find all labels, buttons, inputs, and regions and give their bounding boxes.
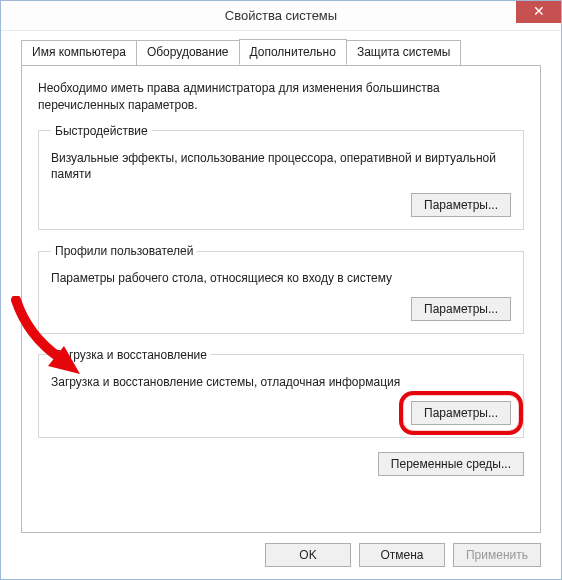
apply-button[interactable]: Применить [453, 543, 541, 567]
group-startup: Загрузка и восстановление Загрузка и вос… [38, 348, 524, 438]
tab-label: Защита системы [357, 45, 450, 59]
environment-variables-button[interactable]: Переменные среды... [378, 452, 524, 476]
tab-advanced[interactable]: Дополнительно [239, 39, 347, 65]
tab-system-protection[interactable]: Защита системы [346, 40, 461, 66]
tab-content-advanced: Необходимо иметь права администратора дл… [21, 65, 541, 533]
profiles-settings-button[interactable]: Параметры... [411, 297, 511, 321]
titlebar: Свойства системы ✕ [1, 1, 561, 31]
startup-settings-button[interactable]: Параметры... [411, 401, 511, 425]
tab-label: Оборудование [147, 45, 229, 59]
tab-label: Дополнительно [250, 45, 336, 59]
group-startup-legend: Загрузка и восстановление [51, 348, 211, 362]
group-profiles: Профили пользователей Параметры рабочего… [38, 244, 524, 334]
close-icon: ✕ [533, 3, 545, 19]
group-startup-desc: Загрузка и восстановление системы, отлад… [51, 374, 511, 391]
group-profiles-desc: Параметры рабочего стола, относящиеся ко… [51, 270, 511, 287]
tab-hardware[interactable]: Оборудование [136, 40, 240, 66]
group-performance: Быстродействие Визуальные эффекты, испол… [38, 124, 524, 231]
group-performance-desc: Визуальные эффекты, использование процес… [51, 150, 511, 184]
group-profiles-legend: Профили пользователей [51, 244, 197, 258]
ok-button[interactable]: OK [265, 543, 351, 567]
group-performance-legend: Быстродействие [51, 124, 152, 138]
close-button[interactable]: ✕ [516, 1, 561, 23]
tabbar: Имя компьютера Оборудование Дополнительн… [1, 31, 561, 65]
performance-settings-button[interactable]: Параметры... [411, 193, 511, 217]
intro-text: Необходимо иметь права администратора дл… [38, 80, 524, 114]
window-title: Свойства системы [225, 8, 337, 23]
dialog-button-row: OK Отмена Применить [1, 533, 561, 579]
cancel-button[interactable]: Отмена [359, 543, 445, 567]
tab-label: Имя компьютера [32, 45, 126, 59]
tab-computer-name[interactable]: Имя компьютера [21, 40, 137, 66]
system-properties-window: Свойства системы ✕ Имя компьютера Оборуд… [0, 0, 562, 580]
